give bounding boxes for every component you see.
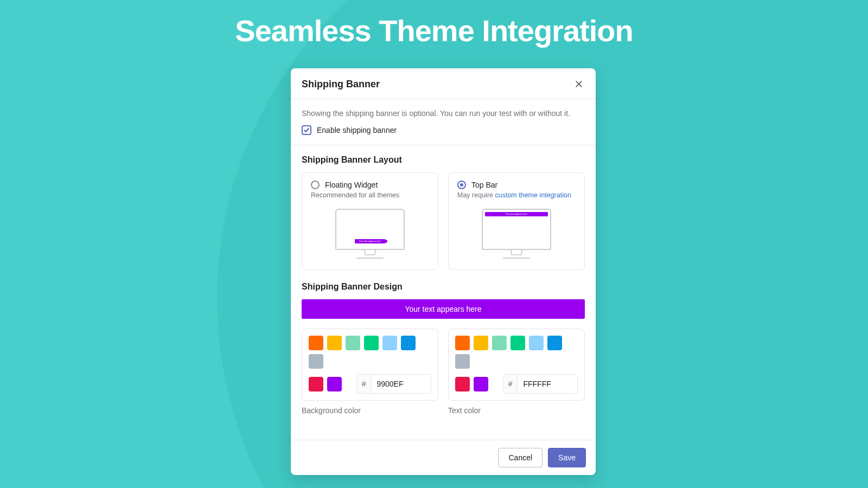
radio-label-floating: Floating Widget	[325, 181, 378, 189]
layout-option-topbar[interactable]: Top Bar May require custom theme integra…	[448, 172, 585, 270]
modal-header: Shipping Banner	[291, 68, 596, 99]
checkbox-icon[interactable]	[302, 125, 311, 135]
cancel-button[interactable]: Cancel	[498, 448, 542, 467]
color-swatch[interactable]	[529, 336, 544, 350]
custom-theme-link[interactable]: custom theme integration	[495, 191, 571, 199]
color-swatch[interactable]	[547, 336, 562, 350]
color-swatch[interactable]	[309, 377, 323, 391]
text-color-label: Text color	[448, 406, 585, 415]
background-color-picker: #	[302, 329, 438, 401]
bg-hex-input-group: #	[356, 374, 431, 394]
color-swatch[interactable]	[510, 336, 525, 350]
hash-icon: #	[357, 375, 371, 393]
text-color-picker: #	[448, 329, 585, 401]
color-swatch[interactable]	[455, 377, 470, 391]
design-section-title: Shipping Banner Design	[302, 282, 585, 292]
modal-title: Shipping Banner	[302, 79, 380, 90]
radio-label-topbar: Top Bar	[471, 181, 497, 189]
modal-body: Showing the shipping banner is optional.…	[291, 99, 596, 440]
modal-description: Showing the shipping banner is optional.…	[302, 109, 585, 118]
bg-hex-input[interactable]	[371, 375, 431, 393]
close-icon[interactable]	[573, 78, 585, 90]
color-swatch[interactable]	[492, 336, 507, 350]
color-swatch[interactable]	[382, 336, 397, 350]
monitor-preview-topbar: Your text appears here	[457, 209, 576, 259]
text-swatch-row1	[455, 336, 578, 369]
color-swatch[interactable]	[309, 336, 323, 350]
radio-icon[interactable]	[311, 181, 320, 189]
page-headline: Seamless Theme Integration	[0, 13, 868, 48]
layout-section-title: Shipping Banner Layout	[302, 155, 585, 165]
color-swatch[interactable]	[455, 336, 470, 350]
text-hex-input-group: #	[503, 374, 578, 394]
color-swatch[interactable]	[327, 377, 342, 391]
layout-hint-topbar: May require custom theme integration	[457, 191, 576, 199]
color-swatch[interactable]	[364, 336, 379, 350]
save-button[interactable]: Save	[548, 448, 586, 467]
radio-icon[interactable]	[457, 181, 466, 189]
color-swatch[interactable]	[474, 377, 488, 391]
shipping-banner-modal: Shipping Banner Showing the shipping ban…	[291, 68, 596, 475]
monitor-preview-floating: Your text appears here	[311, 209, 429, 259]
text-hex-input[interactable]	[518, 375, 577, 393]
enable-checkbox-row[interactable]: Enable shipping banner	[302, 125, 585, 135]
color-swatch[interactable]	[401, 336, 416, 350]
bg-color-label: Background color	[302, 406, 438, 415]
design-preview-banner: Your text appears here	[302, 299, 585, 319]
layout-hint-floating: Recommended for all themes	[311, 191, 429, 199]
hash-icon: #	[503, 375, 518, 393]
modal-footer: Cancel Save	[291, 440, 596, 475]
color-swatch[interactable]	[346, 336, 360, 350]
color-swatch[interactable]	[455, 354, 470, 369]
enable-checkbox-label: Enable shipping banner	[317, 126, 397, 134]
color-swatch[interactable]	[309, 354, 323, 369]
color-swatch[interactable]	[327, 336, 342, 350]
color-swatch[interactable]	[474, 336, 488, 350]
layout-option-floating[interactable]: Floating Widget Recommended for all them…	[302, 172, 438, 270]
bg-swatch-row1	[309, 336, 431, 369]
